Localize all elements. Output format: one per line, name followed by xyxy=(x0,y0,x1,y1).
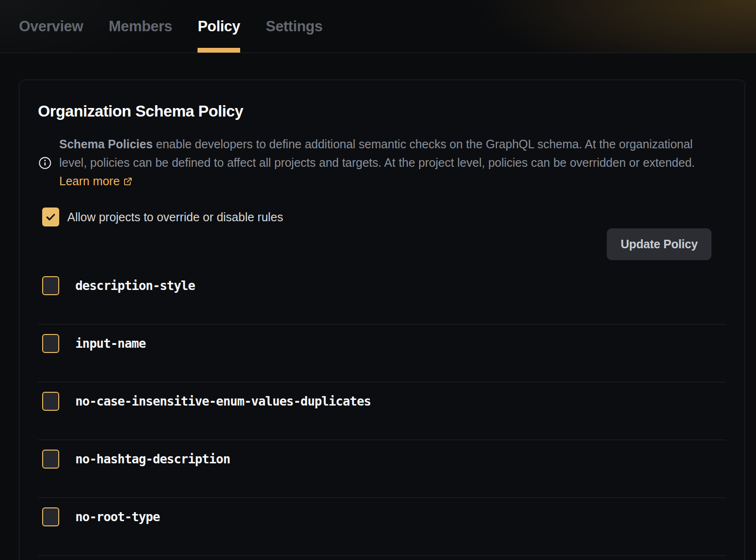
tab-settings[interactable]: Settings xyxy=(266,0,323,53)
policy-description-text: Schema Policies enable developers to def… xyxy=(59,135,709,190)
rule-name: no-hashtag-description xyxy=(75,452,230,466)
checkmark-icon xyxy=(45,211,56,223)
allow-override-row: Allow projects to override or disable ru… xyxy=(38,208,726,226)
rule-name: no-case-insensitive-enum-values-duplicat… xyxy=(75,394,371,408)
active-tab-underline xyxy=(198,48,240,53)
description-body: enable developers to define additional s… xyxy=(59,137,695,169)
update-policy-button[interactable]: Update Policy xyxy=(607,228,711,260)
tab-label: Policy xyxy=(198,18,240,35)
page-title: Organization Schema Policy xyxy=(38,102,726,120)
org-tabbar: Overview Members Policy Settings xyxy=(0,0,756,53)
allow-override-checkbox[interactable] xyxy=(42,208,59,226)
learn-more-label: Learn more xyxy=(59,174,120,188)
external-link-icon xyxy=(123,177,133,186)
rule-checkbox[interactable] xyxy=(42,392,59,411)
tab-overview[interactable]: Overview xyxy=(19,0,83,53)
description-lead: Schema Policies xyxy=(59,137,153,151)
tab-label: Settings xyxy=(266,18,323,35)
info-icon xyxy=(38,156,52,170)
rule-name: input-name xyxy=(75,336,146,351)
rule-checkbox[interactable] xyxy=(42,450,59,469)
learn-more-link[interactable]: Learn more xyxy=(59,174,133,188)
tab-members[interactable]: Members xyxy=(108,0,172,53)
rule-row: input-name xyxy=(38,325,726,382)
rule-row: description-style xyxy=(38,267,726,325)
update-policy-row: Update Policy xyxy=(38,228,726,260)
rule-checkbox[interactable] xyxy=(42,276,59,295)
rule-checkbox[interactable] xyxy=(42,334,59,353)
rule-row: no-hashtag-description xyxy=(38,440,726,498)
rules-list: description-style input-name no-case-ins… xyxy=(38,267,726,556)
rule-row: no-case-insensitive-enum-values-duplicat… xyxy=(38,382,726,440)
rule-row: no-root-type xyxy=(38,498,726,556)
tab-policy[interactable]: Policy xyxy=(198,0,240,53)
rule-name: description-style xyxy=(75,279,195,293)
rule-checkbox[interactable] xyxy=(42,507,59,526)
rule-name: no-root-type xyxy=(75,510,160,524)
allow-override-label: Allow projects to override or disable ru… xyxy=(67,210,283,224)
tab-label: Members xyxy=(108,18,172,35)
tab-label: Overview xyxy=(19,18,83,35)
schema-policy-card: Organization Schema Policy Schema Polici… xyxy=(19,80,745,560)
policy-description: Schema Policies enable developers to def… xyxy=(38,135,726,190)
